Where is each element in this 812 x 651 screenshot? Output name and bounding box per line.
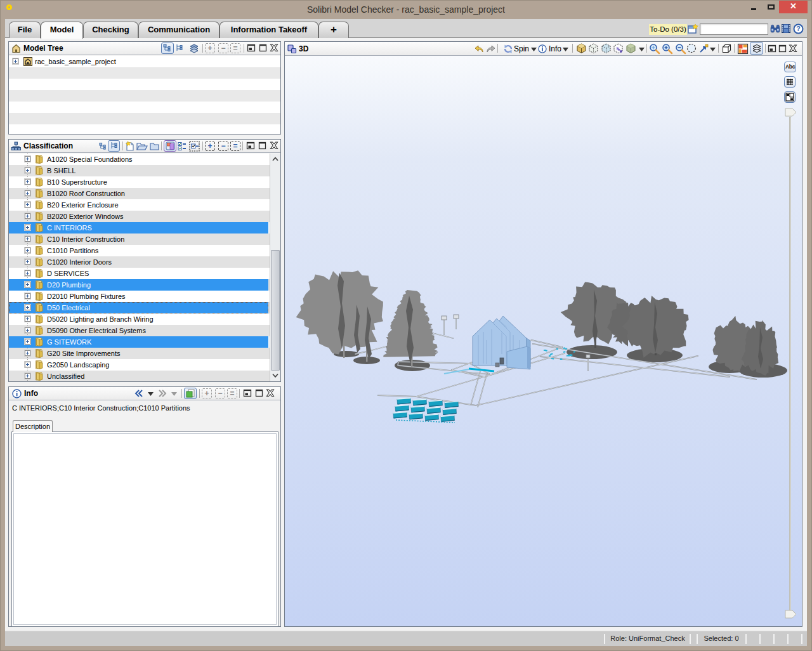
svg-text:?: ? (796, 25, 800, 32)
